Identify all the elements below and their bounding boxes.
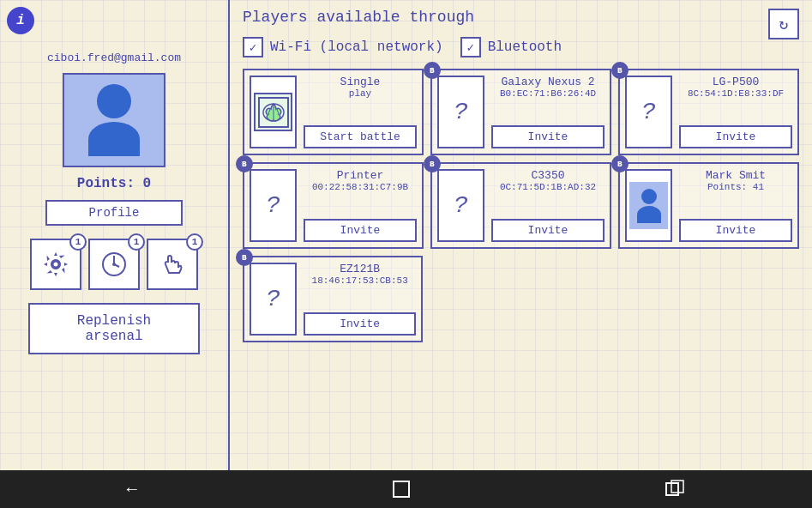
- avatar-body: [88, 122, 140, 156]
- player-card-galaxy: ʙ ? Galaxy Nexus 2 B0:EC:71:B6:26:4D Inv…: [430, 69, 611, 155]
- refresh-button[interactable]: ↻: [768, 9, 799, 39]
- player-card-single: Single play Start battle: [243, 69, 424, 155]
- player-thumb-ez121b: ?: [250, 263, 297, 336]
- right-panel: ↻ Players available through ✓ Wi-Fi (loc…: [230, 0, 812, 470]
- bluetooth-label: Bluetooth: [488, 39, 562, 55]
- home-icon: [391, 479, 412, 499]
- player-card-printer: ʙ ? Printer 00:22:58:31:C7:9B Invite: [243, 162, 424, 249]
- wifi-option: ✓ Wi-Fi (local network): [243, 37, 443, 57]
- player-thumb-lg: ?: [625, 76, 672, 148]
- player-info-marksmit: Mark Smit Points: 41 Invite: [679, 169, 792, 242]
- player-thumb-galaxy: ?: [437, 76, 484, 148]
- player-info-galaxy: Galaxy Nexus 2 B0:EC:71:B6:26:4D Invite: [491, 76, 604, 148]
- player-thumb-c3350: ?: [437, 169, 484, 242]
- player-sub-single: play: [304, 88, 417, 99]
- profile-button[interactable]: Profile: [45, 200, 183, 226]
- player-name-marksmit: Mark Smit: [679, 169, 792, 182]
- player-info-ez121b: EZ121B 18:46:17:53:CB:53 Invite: [304, 263, 416, 336]
- player-name-lg: LG-P500: [679, 76, 792, 88]
- svg-rect-1: [52, 261, 59, 268]
- invite-printer-button[interactable]: Invite: [304, 219, 417, 242]
- player-card-ez121b: ʙ ? EZ121B 18:46:17:53:CB:53 Invite: [243, 256, 423, 342]
- item-badge-2: 1: [128, 233, 145, 251]
- invite-galaxy-button[interactable]: Invite: [491, 125, 604, 148]
- start-battle-button[interactable]: Start battle: [304, 125, 417, 148]
- replenish-arsenal-button[interactable]: Replenish arsenal: [28, 303, 200, 354]
- svg-rect-9: [394, 481, 409, 497]
- avatar: [63, 73, 165, 167]
- players-row-3: ʙ ? EZ121B 18:46:17:53:CB:53 Invite: [243, 256, 799, 342]
- hand-icon: [157, 249, 188, 280]
- item-badge-1: 1: [69, 233, 87, 251]
- left-panel: i ciboi.fred@gmail.com Points: 0 Profile…: [0, 0, 230, 470]
- svg-rect-10: [666, 483, 678, 495]
- players-row-1: Single play Start battle ʙ ? Galaxy Nexu…: [243, 69, 799, 155]
- invite-marksmit-button[interactable]: Invite: [679, 219, 792, 242]
- player-sub-lg: 8C:54:1D:E8:33:DF: [679, 88, 792, 99]
- player-thumb-printer: ?: [250, 169, 297, 242]
- home-button[interactable]: [374, 472, 429, 506]
- svg-point-5: [112, 263, 116, 266]
- avatar-head: [97, 84, 131, 118]
- items-row: 1 1: [30, 239, 198, 290]
- player-card-lg: ʙ ? LG-P500 8C:54:1D:E8:33:DF Invite: [618, 69, 799, 155]
- brain-icon: [254, 93, 292, 131]
- bluetooth-checkbox[interactable]: ✓: [460, 37, 481, 57]
- player-sub-ez121b: 18:46:17:53:CB:53: [304, 275, 416, 286]
- wifi-checkbox[interactable]: ✓: [243, 37, 263, 57]
- player-name-ez121b: EZ121B: [304, 263, 416, 275]
- player-sub-printer: 00:22:58:31:C7:9B: [304, 182, 417, 192]
- player-name-c3350: C3350: [491, 169, 604, 182]
- player-name-printer: Printer: [304, 169, 417, 182]
- item-slot-gear[interactable]: 1: [30, 239, 81, 290]
- user-email: ciboi.fred@gmail.com: [47, 51, 181, 64]
- player-sub-c3350: 0C:71:5D:1B:AD:32: [491, 182, 604, 192]
- info-icon: i: [7, 7, 34, 34]
- points-display: Points: 0: [77, 176, 151, 191]
- bluetooth-option: ✓ Bluetooth: [460, 37, 562, 57]
- players-title: Players available through: [243, 9, 799, 26]
- gear-icon: [40, 249, 71, 280]
- item-badge-3: 1: [186, 233, 203, 251]
- player-info-c3350: C3350 0C:71:5D:1B:AD:32 Invite: [491, 169, 604, 242]
- recent-apps-icon: [665, 479, 685, 499]
- invite-c3350-button[interactable]: Invite: [491, 219, 604, 242]
- wifi-label: Wi-Fi (local network): [270, 39, 443, 55]
- empty-space: [430, 256, 799, 342]
- brain-svg: [257, 96, 290, 129]
- item-slot-clock[interactable]: 1: [88, 239, 140, 290]
- players-row-2: ʙ ? Printer 00:22:58:31:C7:9B Invite ʙ ?: [243, 162, 799, 249]
- invite-lg-button[interactable]: Invite: [679, 125, 792, 148]
- player-thumb-single: [250, 76, 297, 148]
- thumb-avatar-marksmit: [629, 182, 668, 229]
- invite-ez121b-button[interactable]: Invite: [304, 312, 416, 336]
- back-button[interactable]: ←: [110, 473, 154, 506]
- player-info-printer: Printer 00:22:58:31:C7:9B Invite: [304, 169, 417, 242]
- player-card-marksmit: ʙ Mark Smit Points: 41 Invite: [618, 162, 799, 249]
- connection-row: ✓ Wi-Fi (local network) ✓ Bluetooth: [243, 37, 799, 57]
- item-slot-hand[interactable]: 1: [147, 239, 198, 290]
- recent-apps-button[interactable]: [647, 472, 702, 506]
- player-card-c3350: ʙ ? C3350 0C:71:5D:1B:AD:32 Invite: [430, 162, 611, 249]
- player-info-lg: LG-P500 8C:54:1D:E8:33:DF Invite: [679, 76, 792, 148]
- player-name-single: Single: [304, 76, 417, 88]
- player-name-galaxy: Galaxy Nexus 2: [491, 76, 604, 88]
- player-thumb-marksmit: [625, 169, 672, 242]
- bottom-navigation: ←: [0, 470, 812, 508]
- player-sub-galaxy: B0:EC:71:B6:26:4D: [491, 88, 604, 99]
- clock-icon: [99, 249, 129, 280]
- player-info-single: Single play Start battle: [304, 76, 417, 148]
- player-sub-marksmit: Points: 41: [679, 182, 792, 192]
